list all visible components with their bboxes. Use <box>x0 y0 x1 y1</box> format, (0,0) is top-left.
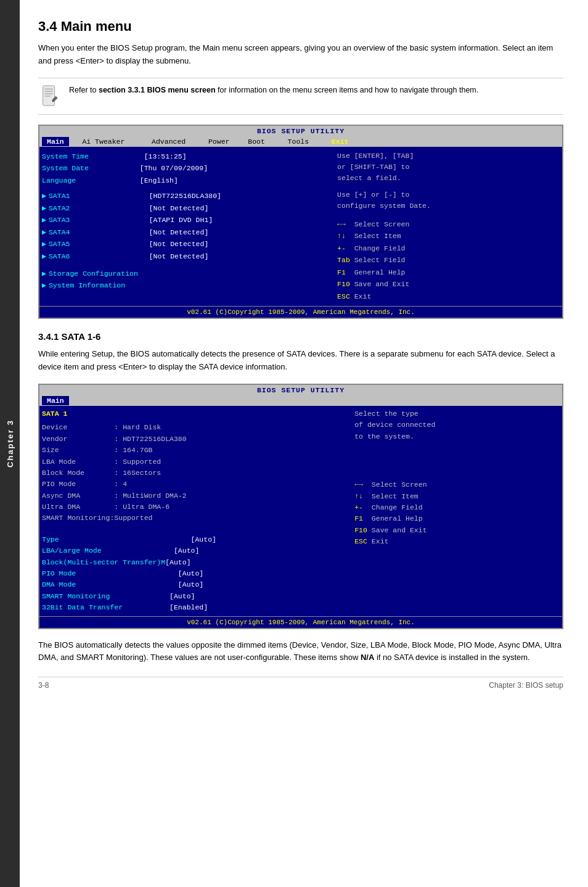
nav-key-pm: +- <box>337 244 346 252</box>
language-label: Language <box>42 176 140 184</box>
size-label: Size <box>42 446 114 454</box>
bios-menu-bar-2: Main <box>39 395 562 406</box>
footer-page-number: 3-8 <box>38 681 49 690</box>
pio-config-row[interactable]: PIO Mode [Auto] <box>42 568 349 579</box>
size-row: Size : 164.7GB <box>42 445 349 456</box>
section-3-4-intro: When you enter the BIOS Setup program, t… <box>38 42 563 68</box>
nav-select-field: Tab Select Field <box>337 254 560 266</box>
nav-esc: ESC Exit <box>337 291 560 303</box>
32bit-config-row[interactable]: 32Bit Data Transfer [Enabled] <box>42 602 349 613</box>
bios-title-bar-1: BIOS SETUP UTILITY <box>39 126 562 136</box>
sata6-label: SATA6 <box>49 250 147 263</box>
help-line-1: Use [ENTER], [TAB] <box>337 151 560 162</box>
note-svg-icon <box>40 85 60 108</box>
bios1-footer-text: v02.61 (C)Copyright 1985-2009, American … <box>187 308 415 316</box>
page-wrapper: Chapter 3 3.4 Main menu When you enter t… <box>0 0 588 887</box>
nav-key-f1: F1 <box>337 268 346 276</box>
svg-rect-2 <box>44 91 52 91</box>
note-text-before: Refer to <box>69 86 99 94</box>
nav-desc-change: Change Field <box>354 244 406 252</box>
sata5-arrow: ▶ <box>42 238 46 250</box>
bios2-nav-key-pm: +- <box>354 503 363 511</box>
bios-menu-advanced[interactable]: Advanced <box>138 137 199 146</box>
nav-key-tab: Tab <box>337 256 350 264</box>
bottom-paragraph: The BIOS automatically detects the value… <box>38 639 563 665</box>
nav-key-esc: ESC <box>337 292 350 300</box>
bios-body-1: System Time [13:51:25] System Date [Thu … <box>39 147 562 307</box>
bios2-help-text: Select the type of device connected to t… <box>354 408 560 442</box>
smart-config-value: [Auto] <box>169 592 195 600</box>
bios2-title: BIOS SETUP UTILITY <box>257 386 345 394</box>
bios2-body: SATA 1 Device : Hard Disk Vendor : HDT72… <box>39 406 562 616</box>
sys-info-row[interactable]: ▶ System Information <box>42 279 330 292</box>
lba-mode-value: : Supported <box>114 458 161 466</box>
ultra-dma-row: Ultra DMA : Ultra DMA-6 <box>42 501 349 513</box>
bios2-help-line-1: Select the type <box>354 408 560 419</box>
lba-large-config-row[interactable]: LBA/Large Mode [Auto] <box>42 545 349 556</box>
nav-desc-item: Select Item <box>354 232 401 240</box>
type-config-row[interactable]: Type [Auto] <box>42 534 349 545</box>
sata5-row[interactable]: ▶ SATA5 [Not Detected] <box>42 238 330 250</box>
sata4-arrow: ▶ <box>42 226 46 239</box>
section-3-4-title: 3.4 Main menu <box>38 19 563 35</box>
device-label: Device <box>42 423 114 431</box>
async-dma-label: Async DMA <box>42 492 114 500</box>
sata2-row[interactable]: ▶ SATA2 [Not Detected] <box>42 202 330 215</box>
bios2-help-line-3: to the system. <box>354 431 560 442</box>
storage-config-arrow: ▶ <box>42 268 46 280</box>
sata3-row[interactable]: ▶ SATA3 [ATAPI DVD DH1] <box>42 214 330 226</box>
nav-key-f10: F10 <box>337 280 350 288</box>
language-value: [English] <box>140 176 178 184</box>
smart-monitoring-row: SMART Monitoring:Supported <box>42 513 349 524</box>
sata4-value: [Not Detected] <box>149 226 209 239</box>
bios-menu-tools[interactable]: Tools <box>274 137 322 146</box>
sys-info-label: System Information <box>49 279 125 292</box>
nav-change-field: +- Change Field <box>337 242 560 255</box>
bios2-device-info: Device : Hard Disk Vendor : HDT722516DLA… <box>42 422 349 524</box>
sata1-row[interactable]: ▶ SATA1 [HDT722516DLA380] <box>42 190 330 202</box>
dma-mode-config-row[interactable]: DMA Mode [Auto] <box>42 579 349 590</box>
pio-config-label: PIO Mode <box>42 569 178 577</box>
sata2-arrow: ▶ <box>42 202 46 215</box>
bios-title-bar-2: BIOS SETUP UTILITY <box>39 385 562 395</box>
svg-rect-1 <box>44 88 52 89</box>
main-content: 3.4 Main menu When you enter the BIOS Se… <box>20 0 588 887</box>
sata4-row[interactable]: ▶ SATA4 [Not Detected] <box>42 226 330 239</box>
nav-f10: F10 Save and Exit <box>337 278 560 291</box>
bios-footer-1: v02.61 (C)Copyright 1985-2009, American … <box>39 306 562 318</box>
lba-large-config-label: LBA/Large Mode <box>42 547 174 555</box>
bios-footer-2: v02.61 (C)Copyright 1985-2009, American … <box>39 616 562 628</box>
sata6-row[interactable]: ▶ SATA6 [Not Detected] <box>42 250 330 263</box>
bios-menu-boot[interactable]: Boot <box>239 137 274 146</box>
sata6-value: [Not Detected] <box>149 250 209 263</box>
sata3-value: [ATAPI DVD DH1] <box>149 214 213 226</box>
block-multi-config-row[interactable]: Block(Multi-sector Transfer)M[Auto] <box>42 557 349 568</box>
sata1-arrow: ▶ <box>42 190 46 202</box>
bios2-nav-esc: ESC Exit <box>354 536 560 547</box>
bios-nav-keys-1: ←→ Select Screen ↑↓ Select Item +- Chang… <box>337 218 560 303</box>
nav-desc-f10: Save and Exit <box>354 280 410 288</box>
bios2-menu-main[interactable]: Main <box>42 396 69 405</box>
storage-config-row[interactable]: ▶ Storage Configuration <box>42 268 330 280</box>
bios-menu-power[interactable]: Power <box>199 137 239 146</box>
bios2-nav-desc-f1: General Help <box>372 514 423 522</box>
bios2-nav-key-lr: ←→ <box>354 481 363 489</box>
dma-mode-config-label: DMA Mode <box>42 580 178 588</box>
bios-menu-ai-tweaker[interactable]: Ai Tweaker <box>69 137 139 146</box>
block-multi-config-label: Block(Multi-sector Transfer)M <box>42 558 165 566</box>
smart-config-row[interactable]: SMART Monitoring [Auto] <box>42 591 349 602</box>
bios-screen-1: BIOS SETUP UTILITY Main Ai Tweaker Advan… <box>38 125 563 320</box>
bios-menu-exit[interactable]: Exit <box>322 137 357 146</box>
system-time-row: System Time [13:51:25] <box>42 151 330 163</box>
bios2-config-section: Type [Auto] LBA/Large Mode [Auto] Block(… <box>42 534 349 614</box>
bios2-nav-desc-change: Change Field <box>372 503 423 511</box>
bios-menu-bar-1: Main Ai Tweaker Advanced Power Boot Tool… <box>39 136 562 147</box>
bios2-nav-f10: F10 Save and Exit <box>354 525 560 536</box>
note-text-after: for information on the menu screen items… <box>216 86 479 94</box>
sys-time-value: [13:51:25] <box>144 152 187 160</box>
bios2-nav-key-f10: F10 <box>354 526 367 534</box>
smart-config-label: SMART Monitoring <box>42 592 169 600</box>
sata3-arrow: ▶ <box>42 214 46 226</box>
bios-menu-main[interactable]: Main <box>42 137 69 146</box>
size-value: : 164.7GB <box>114 446 152 454</box>
